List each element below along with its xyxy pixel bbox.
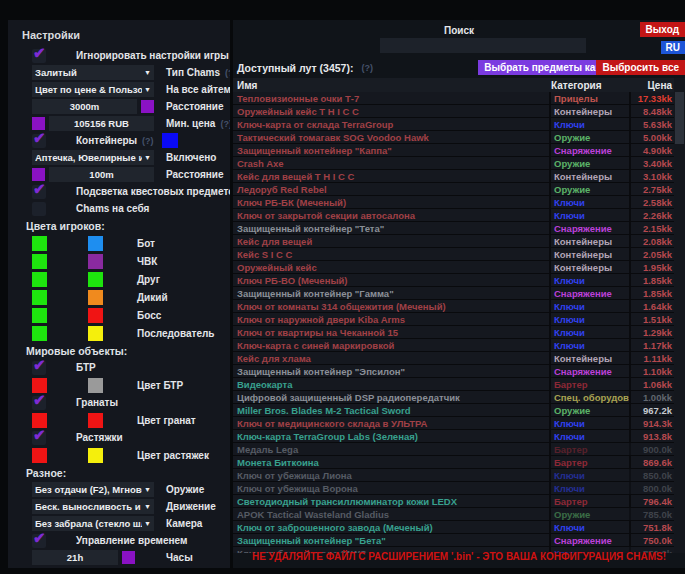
colorpair-row: Бот (32, 235, 226, 251)
loot-row[interactable]: Ключ-карта от склада TerraGroupКлючи5.63… (233, 118, 674, 131)
loot-row[interactable]: Crash AxeОружие3.40kk (233, 157, 674, 170)
checkbox-checked[interactable] (32, 431, 46, 445)
colorpair-row: Босс (32, 307, 226, 323)
loot-row[interactable]: APOK Tactical Wasteland GladiusОружие785… (233, 508, 674, 521)
checkbox-checked[interactable] (32, 49, 46, 63)
search-input[interactable] (380, 38, 586, 53)
checkbox-checked[interactable] (32, 396, 46, 410)
item-category: Бартер (551, 495, 631, 507)
language-button[interactable]: RU (661, 41, 685, 54)
color-swatch[interactable] (88, 448, 103, 463)
loot-row[interactable]: Защищенный контейнер "Гамма"Снаряжение1.… (233, 287, 674, 300)
loot-row[interactable]: Защищенный контейнер "Эпсилон"Снаряжение… (233, 365, 674, 378)
text-input[interactable]: 105156 RUB (49, 116, 154, 131)
loot-row[interactable]: Ключ РБ-БК (Меченый)Ключи2.58kk (233, 196, 674, 209)
color-swatch[interactable] (88, 236, 103, 251)
loot-row[interactable]: Ключ от наружной двери Kiba ArmsКлючи1.5… (233, 313, 674, 326)
checkbox-row: Управление временем (32, 533, 226, 548)
dropdown[interactable]: Цвет по цене & Пользователь▼ (32, 82, 154, 97)
color-swatch[interactable] (32, 308, 47, 323)
loot-row[interactable]: Ключ от комнаты 314 общежития (Меченый)К… (233, 300, 674, 313)
color-swatch[interactable] (88, 290, 103, 305)
loot-row[interactable]: Ключ от убежища ВоронаКлючи800.0k (233, 482, 674, 495)
color-swatch[interactable] (88, 413, 103, 428)
loot-row[interactable]: Кейс для вещейКонтейнеры2.08kk (233, 235, 674, 248)
item-category: Ключи (551, 417, 631, 429)
checkbox-checked[interactable] (32, 185, 46, 199)
dropdown[interactable]: Залитый▼ (32, 65, 154, 80)
checkbox-label: Управление временем (76, 535, 187, 546)
loot-row[interactable]: Светодиодный трансиллюминатор кожи LEDXБ… (233, 495, 674, 508)
item-name: Ключ-карта с синей маркировкой (233, 339, 551, 351)
item-category: Бартер (551, 456, 631, 468)
chevron-down-icon: ▼ (144, 520, 151, 527)
text-input[interactable]: 3000m (32, 99, 137, 114)
loot-row[interactable]: Ключ от квартиры на Чеканной 15Ключи1.29… (233, 326, 674, 339)
color-swatch[interactable] (162, 133, 178, 148)
item-price: 914.3k (631, 418, 674, 429)
color-swatch[interactable] (32, 326, 47, 341)
column-header-price[interactable]: Цена (631, 80, 674, 91)
color-swatch[interactable] (32, 290, 47, 305)
loot-row[interactable]: Ключ от медицинского склада в УЛЬТРАКлюч… (233, 417, 674, 430)
color-swatch[interactable] (32, 448, 47, 463)
loot-row[interactable]: Монета БиткоинаБартер869.6k (233, 456, 674, 469)
exit-button[interactable]: Выход (640, 22, 685, 37)
color-swatch[interactable] (88, 272, 103, 287)
loot-row[interactable]: Ключ от убежища ЛионаКлючи850.0k (233, 469, 674, 482)
dropdown[interactable]: Без отдачи (F2), Мгновенное п▼ (32, 482, 154, 497)
scrollbar-thumb[interactable] (675, 92, 684, 144)
loot-row[interactable]: Цифровой защищенный DSP радиопередатчикС… (233, 391, 674, 404)
color-swatch[interactable] (32, 236, 47, 251)
dropdown[interactable]: Беск. выносливость и нет уста▼ (32, 499, 154, 514)
loot-row[interactable]: Ключ от закрытой секции автосалонаКлючи2… (233, 209, 674, 222)
checkbox-unchecked[interactable] (32, 202, 46, 216)
color-swatch[interactable] (32, 254, 47, 269)
dropdown[interactable]: Без забрала (стекло шлема)▼ (32, 516, 154, 531)
loot-row[interactable]: Кейс S I C CКонтейнеры2.05kk (233, 248, 674, 261)
loot-row[interactable]: Тепловизионные очки Т-7Прицелы17.33kk (233, 92, 674, 105)
loot-row[interactable]: Ледоруб Red RebelОружие2.75kk (233, 183, 674, 196)
table-scrollbar[interactable] (674, 78, 685, 553)
loot-row[interactable]: Ключ от заброшенного завода (Меченый)Клю… (233, 521, 674, 534)
loot-row[interactable]: Кейс для вещей T H I C CКонтейнеры3.10kk (233, 170, 674, 183)
dropdown-fieldbox: Залитый▼ (32, 65, 154, 80)
color-swatch[interactable] (88, 308, 103, 323)
loot-row[interactable]: Защищенный контейнер "Тета"Снаряжение2.1… (233, 222, 674, 235)
loot-row[interactable]: Оружейный кейсКонтейнеры1.95kk (233, 261, 674, 274)
column-header-category[interactable]: Категория (551, 80, 631, 91)
color-swatch[interactable] (88, 254, 103, 269)
loot-row[interactable]: Оружейный кейс T H I C CКонтейнеры8.48kk (233, 105, 674, 118)
loot-row[interactable]: Медаль LegaБартер900.0k (233, 443, 674, 456)
item-price: 1.00kk (631, 392, 674, 403)
loot-row[interactable]: Ключ РБ-ВО (Меченый)Ключи1.85kk (233, 274, 674, 287)
loot-row[interactable]: Ключ-карта TerraGroup Labs (Зеленая)Ключ… (233, 430, 674, 443)
color-swatch[interactable] (141, 100, 154, 113)
item-name: Ключ РБ-БК (Меченый) (233, 196, 551, 208)
column-header-name[interactable]: Имя (233, 80, 551, 91)
checkbox-checked[interactable] (32, 534, 46, 548)
item-name: Кейс для вещей T H I C C (233, 170, 551, 182)
color-swatch[interactable] (88, 378, 103, 393)
checkbox-row: Гранаты (32, 395, 226, 410)
loot-row[interactable]: Защищенный контейнер "Бета"Снаряжение750… (233, 534, 674, 547)
checkbox-checked[interactable] (32, 134, 46, 148)
loot-row[interactable]: Защищенный контейнер "Каппа"Снаряжение4.… (233, 144, 674, 157)
input-row: 21hЧасы (32, 550, 226, 565)
color-swatch[interactable] (32, 272, 47, 287)
loot-row[interactable]: Ключ-карта с синей маркировкойКлючи1.17k… (233, 339, 674, 352)
item-name: Ключ от наружной двери Kiba Arms (233, 313, 551, 325)
loot-row[interactable]: Кейс для хламаКонтейнеры1.11kk (233, 352, 674, 365)
loot-row[interactable]: Тактический томагавк SOG Voodoo HawkОруж… (233, 131, 674, 144)
text-input[interactable]: 21h (32, 550, 118, 565)
discard-all-button[interactable]: Выбросить все (596, 60, 685, 75)
color-swatch[interactable] (88, 326, 103, 341)
checkbox-label: Растяжки (76, 432, 123, 443)
color-swatch[interactable] (122, 551, 135, 564)
dropdown[interactable]: Аптечка, Ювелирные и...▼ (32, 150, 154, 165)
loot-row[interactable]: Miller Bros. Blades M-2 Tactical SwordОр… (233, 404, 674, 417)
colorpair-row: Друг (32, 271, 226, 287)
checkbox-checked[interactable] (32, 361, 46, 375)
text-input[interactable]: 100m (49, 167, 154, 182)
loot-row[interactable]: ВидеокартаБартер1.06kk (233, 378, 674, 391)
